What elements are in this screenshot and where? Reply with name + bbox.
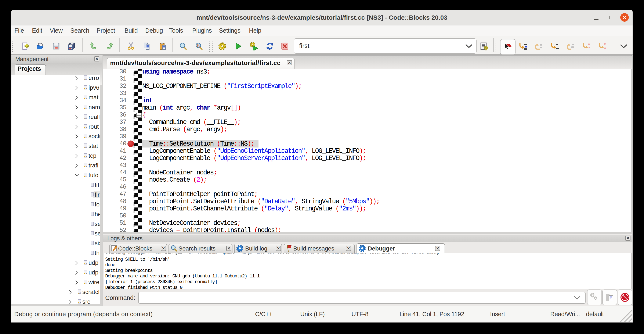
svg-text:R: R	[197, 44, 200, 48]
